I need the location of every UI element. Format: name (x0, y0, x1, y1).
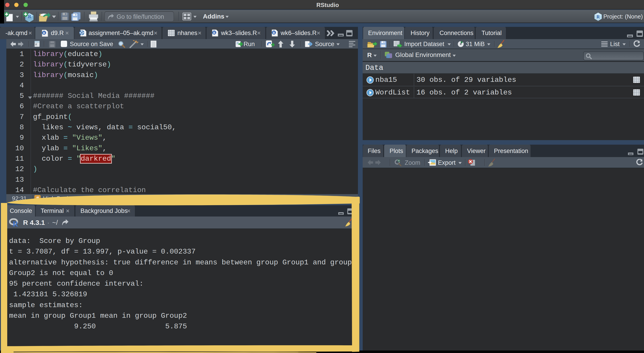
svg-text:R: R (43, 32, 46, 35)
svg-text:R: R (273, 31, 275, 34)
svg-text:R: R (28, 14, 32, 19)
svg-text:R: R (13, 220, 18, 227)
svg-text:R: R (596, 14, 600, 19)
svg-text:R: R (213, 31, 216, 34)
